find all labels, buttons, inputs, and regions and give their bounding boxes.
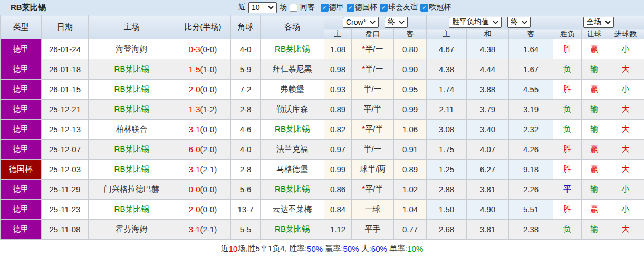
odds-draw: 4.07 xyxy=(467,140,509,160)
win-rate-value: 50% xyxy=(307,244,323,253)
filter-controls: 近 10 场 同客 ✓ 德甲 ✓ 德国杯 ✓ 球会友谊 ✓ 欧冠杯 xyxy=(238,0,451,15)
ucl-checkbox[interactable]: ✓ xyxy=(420,4,428,12)
1x2-stage-select[interactable]: 终 xyxy=(507,17,531,28)
match-history-table: 类型 日期 主场 比分(半场) 角球 客场 Crow* 终 xyxy=(0,15,644,240)
odds-type-select[interactable]: 胜平负均值 xyxy=(449,17,502,28)
competition-filter-dfb-pokal: ✓ 德国杯 xyxy=(347,3,377,12)
goals-result-badge: 大 xyxy=(607,220,644,240)
goals-result-badge: 大 xyxy=(607,140,644,160)
home-team: RB莱比锡 xyxy=(89,200,175,220)
competition-badge: 德甲 xyxy=(1,80,42,100)
home-team: RB莱比锡 xyxy=(89,80,175,100)
score-cell: 3-1(2-1) xyxy=(175,160,231,180)
single-rate-label: 单率: xyxy=(387,244,407,254)
score-cell: 1-3(1-2) xyxy=(175,100,231,120)
matches-unit-label: 场 xyxy=(280,3,287,12)
table-row: 德国杯 25-12-03 RB莱比锡 3-1(2-1) 2-8 马格德堡 0.9… xyxy=(1,160,644,180)
single-rate-value: 10% xyxy=(407,244,423,253)
subcol-goals: 进球数 xyxy=(607,29,644,39)
same-opponent-checkbox[interactable] xyxy=(290,4,297,12)
col-header-type: 类型 xyxy=(1,15,42,39)
result-badge: 胜 xyxy=(553,200,582,220)
dfb-pokal-label: 德国杯 xyxy=(355,3,377,12)
away-team: 勒沃库森 xyxy=(261,100,324,120)
handicap-home-odds: 0.99 xyxy=(324,160,352,180)
odds-draw: 3.40 xyxy=(467,120,509,140)
odds-draw: 3.88 xyxy=(467,80,509,100)
odds-win: 1.74 xyxy=(427,80,467,100)
competition-badge: 德甲 xyxy=(1,59,42,80)
over-rate-label: 大: xyxy=(359,244,371,254)
scope-select[interactable]: 全场 xyxy=(583,17,614,28)
odds-draw: 4.38 xyxy=(467,39,509,59)
1x2-odds-group-header: 胜平负均值 终 xyxy=(427,15,553,29)
away-team: 拜仁慕尼黑 xyxy=(261,59,324,80)
match-history-panel: RB莱比锡 近 10 场 同客 ✓ 德甲 ✓ 德国杯 ✓ 球会友谊 xyxy=(0,0,644,258)
bundesliga-checkbox[interactable]: ✓ xyxy=(321,4,329,12)
corner-count: 4-6 xyxy=(231,120,261,140)
result-badge: 胜 xyxy=(553,160,582,180)
away-team: RB莱比锡 xyxy=(261,39,324,59)
score-cell: 0-0(0-0) xyxy=(175,180,231,200)
odds-win: 2.68 xyxy=(427,220,467,240)
handicap-line: 平手 xyxy=(352,220,394,240)
away-team: RB莱比锡 xyxy=(261,120,324,140)
odds-lose: 3.19 xyxy=(509,100,553,120)
match-rows: 德甲 26-01-24 海登海姆 0-3(0-0) 4-0 RB莱比锡 1.08… xyxy=(1,39,644,240)
result-group-header: 全场 xyxy=(553,15,644,29)
handicap-home-odds: 0.93 xyxy=(324,80,352,100)
spread-result-badge: 赢 xyxy=(582,39,607,59)
corner-count: 13-7 xyxy=(231,200,261,220)
team-title: RB莱比锡 xyxy=(0,3,46,13)
friendly-checkbox[interactable]: ✓ xyxy=(380,4,388,12)
handicap-away-odds: 0.90 xyxy=(394,59,427,80)
table-row: 德甲 26-01-15 RB莱比锡 2-0(0-0) 7-2 弗赖堡 0.93 … xyxy=(1,80,644,100)
spread-result-badge: 输 xyxy=(582,59,607,80)
match-date: 25-11-23 xyxy=(42,200,89,220)
over-rate-value: 60% xyxy=(371,244,387,253)
handicap-stage-select[interactable]: 终 xyxy=(385,17,408,28)
handicap-line: *半/一 xyxy=(352,39,394,59)
corner-count: 4-0 xyxy=(231,39,261,59)
table-row: 德甲 25-12-21 RB莱比锡 1-3(1-2) 2-8 勒沃库森 0.89… xyxy=(1,100,644,120)
match-date: 26-01-18 xyxy=(42,59,89,80)
subcol-odds-win: 主 xyxy=(427,29,467,39)
away-team: 马格德堡 xyxy=(261,160,324,180)
match-count-select[interactable]: 10 xyxy=(248,2,277,13)
subcol-odds-lose: 客 xyxy=(509,29,553,39)
odds-lose: 2.32 xyxy=(509,120,553,140)
chevron-down-icon xyxy=(605,21,611,24)
chevron-down-icon xyxy=(268,6,274,9)
handicap-home-odds: 0.97 xyxy=(324,140,352,160)
result-badge: 负 xyxy=(553,100,582,120)
topbar: RB莱比锡 近 10 场 同客 ✓ 德甲 ✓ 德国杯 ✓ 球会友谊 xyxy=(0,0,644,15)
competition-badge: 德甲 xyxy=(1,220,42,240)
competition-badge: 德甲 xyxy=(1,200,42,220)
handicap-line: *半/一 xyxy=(352,59,394,80)
corner-count: 2-8 xyxy=(231,100,261,120)
corner-count: 2-8 xyxy=(231,160,261,180)
spread-result-badge: 输 xyxy=(582,100,607,120)
competition-badge: 德甲 xyxy=(1,39,42,59)
summary-text: 近 xyxy=(221,244,229,254)
handicap-home-odds: 0.84 xyxy=(324,200,352,220)
col-header-home: 主场 xyxy=(89,15,175,39)
subcol-result: 胜负 xyxy=(553,29,582,39)
odds-draw: 4.90 xyxy=(467,200,509,220)
away-team: 法兰克福 xyxy=(261,140,324,160)
odds-win: 2.88 xyxy=(427,180,467,200)
dfb-pokal-checkbox[interactable]: ✓ xyxy=(347,4,354,12)
handicap-home-odds: 0.89 xyxy=(324,100,352,120)
home-team: 海登海姆 xyxy=(89,39,175,59)
bookmaker-select[interactable]: Crow* xyxy=(343,17,379,28)
competition-badge: 德甲 xyxy=(1,180,42,200)
handicap-home-odds: 1.12 xyxy=(324,220,352,240)
table-row: 德甲 26-01-24 海登海姆 0-3(0-0) 4-0 RB莱比锡 1.08… xyxy=(1,39,644,59)
handicap-home-odds: 0.86 xyxy=(324,180,352,200)
handicap-home-odds: 0.82 xyxy=(324,120,352,140)
goals-result-badge: 小 xyxy=(607,80,644,100)
home-team: RB莱比锡 xyxy=(89,100,175,120)
handicap-away-odds: 0.89 xyxy=(394,160,427,180)
chevron-down-icon xyxy=(522,21,527,24)
spread-result-badge: 赢 xyxy=(582,160,607,180)
